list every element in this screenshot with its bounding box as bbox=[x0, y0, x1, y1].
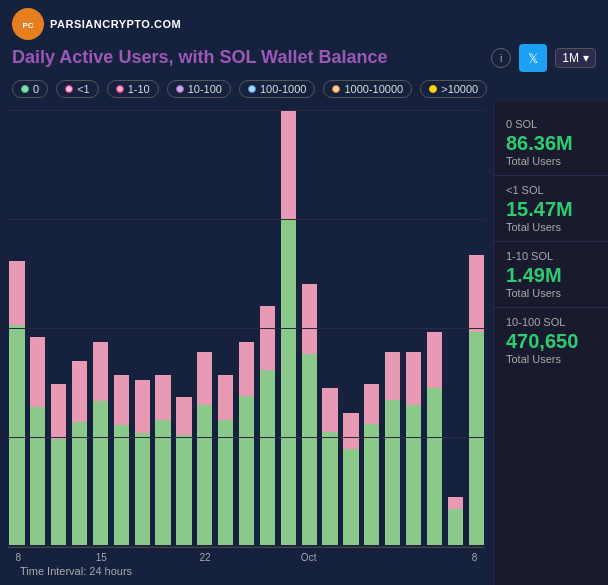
bar-group bbox=[300, 110, 318, 545]
bar-green bbox=[364, 424, 379, 545]
x-axis-label bbox=[153, 552, 174, 563]
x-axis-label bbox=[215, 552, 236, 563]
bar-pink bbox=[30, 337, 45, 407]
bar-pink bbox=[239, 342, 254, 396]
bar-group bbox=[342, 110, 360, 545]
stat-label: Total Users bbox=[506, 287, 596, 299]
stat-value: 1.49M bbox=[506, 264, 596, 286]
bar-group bbox=[363, 110, 381, 545]
legend-item[interactable]: 1-10 bbox=[107, 80, 159, 98]
legend: 0<11-1010-100100-10001000-10000>10000 bbox=[0, 76, 608, 102]
x-axis-label bbox=[340, 552, 361, 563]
bar-group bbox=[467, 110, 485, 545]
main-content: 81522Oct8 Time Interval: 24 hours 0 SOL … bbox=[0, 102, 608, 585]
bar-green bbox=[218, 420, 233, 545]
stat-label: Total Users bbox=[506, 353, 596, 365]
bar-group bbox=[154, 110, 172, 545]
legend-item[interactable]: >10000 bbox=[420, 80, 487, 98]
svg-text:PC: PC bbox=[22, 21, 33, 30]
bar-group bbox=[71, 110, 89, 545]
legend-item[interactable]: 10-100 bbox=[167, 80, 231, 98]
stat-label: Total Users bbox=[506, 155, 596, 167]
stat-value: 86.36M bbox=[506, 132, 596, 154]
bar-pink bbox=[343, 413, 358, 449]
bar-green bbox=[406, 405, 421, 545]
bar-group bbox=[92, 110, 110, 545]
x-axis-label: Oct bbox=[298, 552, 319, 563]
stat-label: Total Users bbox=[506, 221, 596, 233]
bar-pink bbox=[51, 384, 66, 439]
bar-pink bbox=[322, 388, 337, 432]
bar-pink bbox=[427, 332, 442, 388]
bar-green bbox=[302, 354, 317, 545]
bar-green bbox=[469, 332, 484, 545]
bar-green bbox=[72, 422, 87, 545]
x-axis-label bbox=[443, 552, 464, 563]
legend-item[interactable]: 0 bbox=[12, 80, 48, 98]
site-name: PARSIANCRYPTO.COM bbox=[50, 18, 181, 30]
x-axis: 81522Oct8 bbox=[8, 548, 485, 563]
bar-pink bbox=[135, 380, 150, 434]
bar-green bbox=[322, 432, 337, 545]
info-icon[interactable]: i bbox=[491, 48, 511, 68]
stat-block: 1-10 SOL 1.49M Total Users bbox=[494, 242, 608, 308]
bar-group bbox=[133, 110, 151, 545]
x-axis-label bbox=[236, 552, 257, 563]
stat-block: 10-100 SOL 470,650 Total Users bbox=[494, 308, 608, 373]
bar-pink bbox=[176, 397, 191, 435]
stat-value: 15.47M bbox=[506, 198, 596, 220]
stat-range: 0 SOL bbox=[506, 118, 596, 130]
legend-item[interactable]: 1000-10000 bbox=[323, 80, 412, 98]
bar-green bbox=[155, 420, 170, 545]
bar-group bbox=[112, 110, 130, 545]
bar-pink bbox=[72, 361, 87, 422]
right-panel: 0 SOL 86.36M Total Users <1 SOL 15.47M T… bbox=[493, 102, 608, 585]
stat-range: 10-100 SOL bbox=[506, 316, 596, 328]
bar-pink bbox=[469, 255, 484, 332]
bar-green bbox=[343, 449, 358, 545]
bar-group bbox=[384, 110, 402, 545]
x-axis-label bbox=[132, 552, 153, 563]
logo-area: PC PARSIANCRYPTO.COM bbox=[12, 8, 181, 40]
bar-pink bbox=[260, 306, 275, 371]
stat-block: 0 SOL 86.36M Total Users bbox=[494, 110, 608, 176]
bar-pink bbox=[114, 375, 129, 425]
x-axis-label bbox=[112, 552, 133, 563]
twitter-icon[interactable]: 𝕏 bbox=[519, 44, 547, 72]
x-axis-label bbox=[257, 552, 278, 563]
x-axis-label bbox=[29, 552, 50, 563]
time-selector[interactable]: 1M ▾ bbox=[555, 48, 596, 68]
stat-range: 1-10 SOL bbox=[506, 250, 596, 262]
bar-pink bbox=[93, 342, 108, 401]
bar-pink bbox=[197, 352, 212, 405]
bar-green bbox=[135, 433, 150, 545]
bar-pink bbox=[218, 375, 233, 420]
time-interval: Time Interval: 24 hours bbox=[8, 563, 485, 581]
bar-group bbox=[29, 110, 47, 545]
bar-green bbox=[176, 435, 191, 545]
bar-pink bbox=[448, 497, 463, 509]
bar-green bbox=[114, 425, 129, 545]
x-axis-label bbox=[402, 552, 423, 563]
legend-item[interactable]: <1 bbox=[56, 80, 99, 98]
bar-group bbox=[321, 110, 339, 545]
x-axis-label bbox=[319, 552, 340, 563]
site-logo: PC bbox=[12, 8, 44, 40]
stat-value: 470,650 bbox=[506, 330, 596, 352]
chart-title: Daily Active Users, with SOL Wallet Bala… bbox=[12, 47, 483, 69]
stat-range: <1 SOL bbox=[506, 184, 596, 196]
x-axis-label bbox=[70, 552, 91, 563]
bar-group bbox=[175, 110, 193, 545]
main-container: PC PARSIANCRYPTO.COM Daily Active Users,… bbox=[0, 0, 608, 585]
chart-area: 81522Oct8 Time Interval: 24 hours bbox=[0, 102, 493, 585]
bar-green bbox=[30, 407, 45, 545]
bar-pink bbox=[281, 110, 296, 219]
bar-green bbox=[239, 396, 254, 545]
x-axis-label bbox=[278, 552, 299, 563]
legend-item[interactable]: 100-1000 bbox=[239, 80, 316, 98]
bar-group bbox=[50, 110, 68, 545]
x-axis-label: 22 bbox=[195, 552, 216, 563]
bar-green bbox=[93, 401, 108, 545]
bar-pink bbox=[406, 352, 421, 405]
bar-green bbox=[9, 325, 24, 545]
